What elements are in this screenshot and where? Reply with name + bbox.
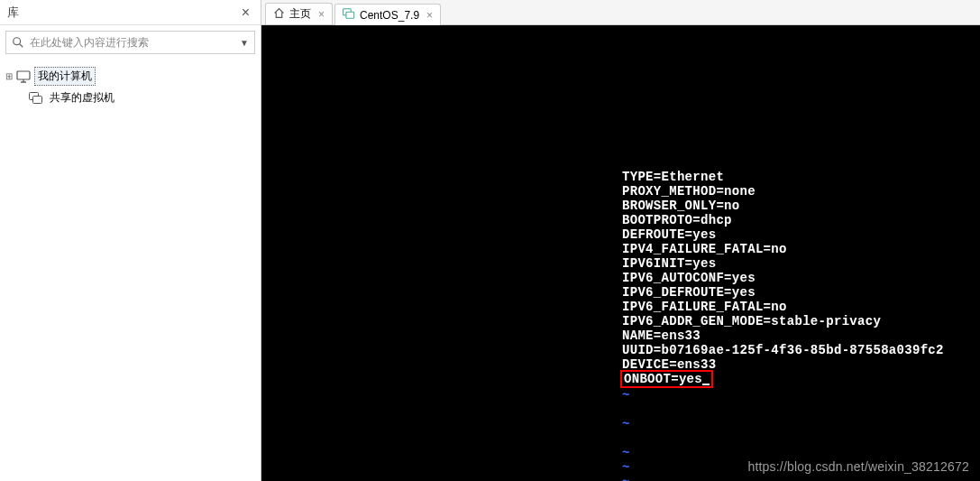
tab-label: 主页 bbox=[289, 6, 311, 22]
tree-item-shared-vms[interactable]: 共享的虚拟机 bbox=[4, 88, 257, 108]
main-area: 主页 × CentOS_7.9 × TYPE=Ethernet PROXY_ME… bbox=[261, 0, 980, 481]
terminal-line: IPV4_FAILURE_FATAL=no bbox=[622, 242, 980, 256]
close-icon[interactable]: × bbox=[238, 5, 253, 20]
expand-icon[interactable]: ⊞ bbox=[4, 71, 14, 81]
terminal-tilde: ~ bbox=[622, 388, 980, 402]
tree-label: 共享的虚拟机 bbox=[47, 89, 117, 106]
terminal-line: BROWSER_ONLY=no bbox=[622, 199, 980, 213]
tab-label: CentOS_7.9 bbox=[360, 9, 419, 22]
svg-rect-6 bbox=[33, 96, 42, 103]
search-icon bbox=[12, 36, 24, 49]
tab-bar: 主页 × CentOS_7.9 × bbox=[261, 0, 980, 25]
terminal-line: UUID=b07169ae-125f-4f36-85bd-87558a039fc… bbox=[622, 343, 980, 357]
terminal-tilde: ~ bbox=[622, 417, 980, 431]
terminal-view[interactable]: TYPE=Ethernet PROXY_METHOD=none BROWSER_… bbox=[261, 25, 980, 481]
vm-icon bbox=[343, 8, 355, 23]
terminal-line: IPV6_FAILURE_FATAL=no bbox=[622, 300, 980, 314]
home-icon bbox=[273, 7, 285, 22]
tab-centos[interactable]: CentOS_7.9 × bbox=[334, 4, 441, 25]
sidebar-header: 库 × bbox=[0, 0, 261, 25]
terminal-highlighted-line: ONBOOT=yes bbox=[622, 372, 980, 388]
svg-line-1 bbox=[20, 44, 23, 48]
terminal-tilde: ~ bbox=[622, 446, 980, 460]
terminal-line: PROXY_METHOD=none bbox=[622, 184, 980, 199]
terminal-line: TYPE=Ethernet bbox=[622, 170, 980, 184]
chevron-down-icon[interactable]: ▼ bbox=[240, 38, 249, 48]
library-tree: ⊞ 我的计算机 共享的虚拟机 bbox=[0, 60, 261, 481]
watermark-text: https://blog.csdn.net/weixin_38212672 bbox=[747, 459, 969, 474]
terminal-line: IPV6INIT=yes bbox=[622, 256, 980, 271]
terminal-line: IPV6_DEFROUTE=yes bbox=[622, 285, 980, 300]
search-input[interactable] bbox=[30, 36, 236, 49]
monitor-icon bbox=[16, 70, 31, 83]
cursor-icon bbox=[702, 384, 710, 385]
close-icon[interactable]: × bbox=[426, 9, 433, 22]
terminal-line: BOOTPROTO=dhcp bbox=[622, 213, 980, 227]
svg-point-0 bbox=[14, 38, 21, 45]
terminal-line: DEFROUTE=yes bbox=[622, 227, 980, 242]
terminal-tilde: ~ bbox=[622, 475, 980, 481]
search-field[interactable]: ▼ bbox=[5, 31, 255, 54]
svg-rect-8 bbox=[346, 12, 354, 18]
sidebar-title: 库 bbox=[7, 5, 19, 21]
terminal-blank bbox=[622, 431, 980, 446]
terminal-line: IPV6_ADDR_GEN_MODE=stable-privacy bbox=[622, 314, 980, 328]
close-icon[interactable]: × bbox=[318, 8, 325, 21]
terminal-blank bbox=[622, 402, 980, 417]
tree-root-my-computer[interactable]: ⊞ 我的计算机 bbox=[4, 65, 257, 88]
library-sidebar: 库 × ▼ ⊞ 我的计算机 共享的 bbox=[0, 0, 261, 481]
tab-home[interactable]: 主页 × bbox=[265, 3, 333, 24]
svg-rect-2 bbox=[17, 71, 30, 79]
vm-group-icon bbox=[29, 92, 43, 105]
terminal-line: IPV6_AUTOCONF=yes bbox=[622, 271, 980, 285]
terminal-line: NAME=ens33 bbox=[622, 328, 980, 343]
tree-label: 我的计算机 bbox=[34, 67, 96, 86]
